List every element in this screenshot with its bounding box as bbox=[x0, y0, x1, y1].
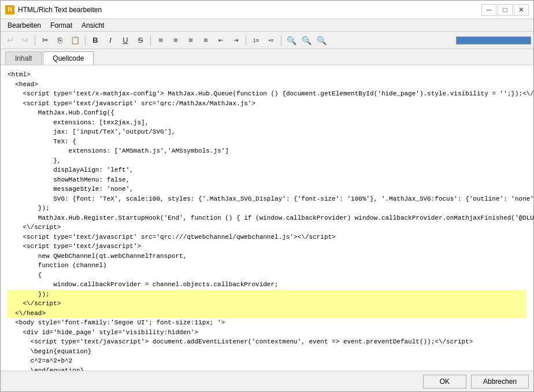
toolbar-separator-4 bbox=[246, 35, 246, 46]
window-title: HTML/Rich Text bearbeiten bbox=[18, 6, 102, 14]
menu-ansicht[interactable]: Ansicht bbox=[77, 20, 109, 31]
align-right-button[interactable]: ≡ bbox=[184, 34, 198, 47]
bottom-bar: OK Abbrechen bbox=[1, 371, 533, 391]
unordered-list-button[interactable]: •≡ bbox=[264, 34, 278, 47]
toolbar-separator-3 bbox=[150, 35, 151, 46]
maximize-button[interactable]: □ bbox=[498, 4, 513, 16]
toolbar: ↩ ↪ ✂ ⎘ 📋 B I U S ≡ ≡ ≡ ≡ ⇤ ⇥ 1≡ •≡ 🔍 🔍 … bbox=[1, 32, 533, 49]
cut-button[interactable]: ✂ bbox=[38, 34, 52, 47]
main-window: H HTML/Rich Text bearbeiten ─ □ ✕ Bearbe… bbox=[0, 0, 534, 392]
underline-button[interactable]: U bbox=[118, 34, 132, 47]
minimize-button[interactable]: ─ bbox=[481, 4, 496, 16]
window-icon: H bbox=[5, 5, 14, 14]
title-bar-left: H HTML/Rich Text bearbeiten bbox=[5, 5, 102, 14]
menu-format[interactable]: Format bbox=[46, 20, 77, 31]
zoom-reset-button[interactable]: 🔍 bbox=[314, 34, 328, 47]
close-button[interactable]: ✕ bbox=[514, 4, 529, 16]
redo-button[interactable]: ↪ bbox=[18, 34, 32, 47]
title-bar: H HTML/Rich Text bearbeiten ─ □ ✕ bbox=[1, 1, 533, 19]
title-controls: ─ □ ✕ bbox=[481, 4, 529, 16]
zoom-in-button[interactable]: 🔍 bbox=[284, 34, 298, 47]
strikethrough-button[interactable]: S bbox=[134, 34, 147, 47]
ordered-list-button[interactable]: 1≡ bbox=[249, 34, 263, 47]
indent-less-button[interactable]: ⇤ bbox=[214, 34, 228, 47]
tab-bar: Inhalt Quellcode bbox=[1, 49, 533, 65]
copy-button[interactable]: ⎘ bbox=[53, 34, 67, 47]
code-editor[interactable]: <html> <head> <script type='text/x-mathj… bbox=[1, 65, 533, 371]
menu-bearbeiten[interactable]: Bearbeiten bbox=[3, 20, 46, 31]
cancel-button[interactable]: Abbrechen bbox=[471, 375, 529, 389]
align-justify-button[interactable]: ≡ bbox=[199, 34, 213, 47]
undo-button[interactable]: ↩ bbox=[3, 34, 17, 47]
bold-button[interactable]: B bbox=[88, 34, 102, 47]
zoom-out-button[interactable]: 🔍 bbox=[299, 34, 313, 47]
menu-bar: Bearbeiten Format Ansicht bbox=[1, 19, 533, 32]
indent-more-button[interactable]: ⇥ bbox=[229, 34, 243, 47]
ok-button[interactable]: OK bbox=[423, 375, 466, 389]
italic-button[interactable]: I bbox=[103, 34, 117, 47]
toolbar-separator-1 bbox=[35, 35, 35, 46]
color-bar[interactable] bbox=[456, 36, 531, 45]
paste-button[interactable]: 📋 bbox=[68, 34, 82, 47]
align-center-button[interactable]: ≡ bbox=[169, 34, 183, 47]
align-left-button[interactable]: ≡ bbox=[154, 34, 168, 47]
toolbar-separator-2 bbox=[85, 35, 86, 46]
tab-inhalt[interactable]: Inhalt bbox=[5, 51, 42, 65]
toolbar-separator-5 bbox=[281, 35, 281, 46]
tab-quellcode[interactable]: Quellcode bbox=[43, 51, 94, 65]
